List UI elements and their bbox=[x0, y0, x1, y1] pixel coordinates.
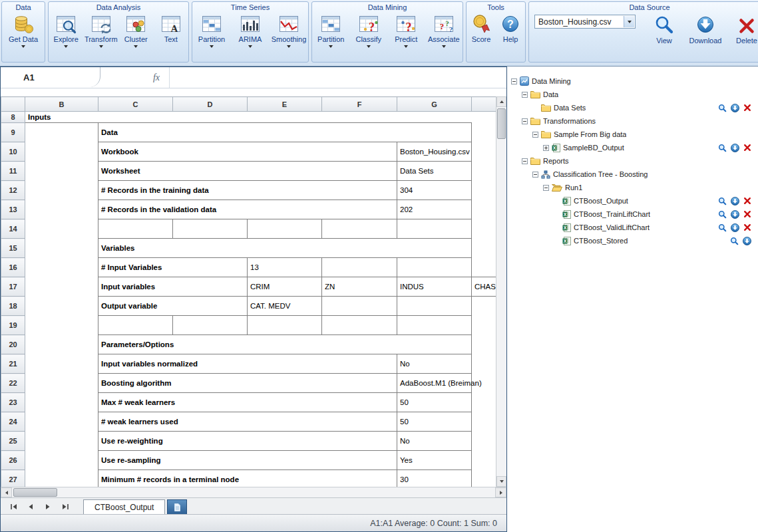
sheet-cell[interactable]: # Records in the training data bbox=[98, 181, 397, 200]
collapse-toggle[interactable] bbox=[543, 185, 549, 191]
sheet-cell[interactable] bbox=[472, 470, 496, 487]
sheet-cell[interactable] bbox=[322, 219, 397, 239]
sheet-cell[interactable]: CAT. MEDV bbox=[248, 297, 322, 316]
sheet-cell[interactable] bbox=[25, 354, 98, 374]
previous-sheet-button[interactable] bbox=[22, 500, 39, 513]
column-header[interactable]: B bbox=[25, 97, 98, 112]
smoothing-button[interactable]: Smoothing bbox=[271, 13, 307, 48]
sheet-cell[interactable] bbox=[322, 316, 397, 335]
sheet-cell[interactable] bbox=[25, 316, 98, 335]
sheet-cell[interactable] bbox=[472, 162, 496, 181]
sheet-cell[interactable] bbox=[322, 258, 397, 277]
sheet-cell[interactable]: Boston_Housing.csv bbox=[397, 142, 472, 162]
sheet-tab-active[interactable]: CTBoost_Output bbox=[83, 499, 165, 514]
row-header[interactable]: 22 bbox=[1, 374, 25, 393]
horizontal-scrollbar[interactable] bbox=[1, 487, 506, 497]
sheet-cell[interactable]: Data Sets bbox=[397, 162, 472, 181]
get-data-button[interactable]: Get Data bbox=[5, 13, 41, 48]
sheet-cell[interactable] bbox=[472, 123, 496, 142]
sheet-cell[interactable] bbox=[397, 297, 472, 316]
sheet-cell[interactable]: 50 bbox=[397, 412, 472, 432]
row-header[interactable]: 24 bbox=[1, 412, 25, 432]
text-button[interactable]: A Text bbox=[154, 13, 189, 43]
data-source-select[interactable]: Boston_Housing.csv bbox=[534, 15, 636, 29]
sheet-cell[interactable]: No bbox=[397, 354, 472, 374]
sheet-cell[interactable] bbox=[472, 297, 496, 316]
tree-item[interactable]: XSampleBD_Output bbox=[507, 141, 758, 154]
row-header[interactable]: 16 bbox=[1, 258, 25, 277]
row-header[interactable]: 26 bbox=[1, 451, 25, 470]
delete-button[interactable] bbox=[743, 197, 751, 205]
delete-button[interactable] bbox=[743, 223, 751, 231]
delete-button[interactable] bbox=[743, 104, 751, 112]
sheet-cell[interactable]: Workbook bbox=[98, 142, 397, 162]
sheet-cell[interactable] bbox=[472, 112, 496, 123]
sheet-cell[interactable] bbox=[248, 316, 322, 335]
column-header[interactable]: C bbox=[98, 97, 173, 112]
view-button[interactable] bbox=[718, 144, 727, 152]
column-header[interactable]: F bbox=[322, 97, 397, 112]
tree-item[interactable]: Reports bbox=[507, 154, 758, 168]
sheet-cell[interactable]: # Records in the validation data bbox=[98, 200, 397, 219]
cell-name-box[interactable]: A1 bbox=[1, 67, 100, 88]
classify-button[interactable]: ? Classify bbox=[351, 13, 387, 48]
row-header[interactable]: 10 bbox=[1, 142, 25, 162]
sheet-cell[interactable]: Input variables normalized bbox=[98, 354, 397, 374]
scroll-up-button[interactable] bbox=[496, 96, 506, 107]
row-header[interactable]: 17 bbox=[1, 277, 25, 297]
sheet-cell[interactable] bbox=[25, 200, 98, 219]
dm-partition-button[interactable]: Partition bbox=[313, 13, 349, 48]
sheet-cell[interactable]: 50 bbox=[397, 393, 472, 412]
row-header[interactable]: 19 bbox=[1, 316, 25, 335]
tree-item[interactable]: Data Mining bbox=[507, 74, 758, 88]
row-header[interactable]: 11 bbox=[1, 162, 25, 181]
view-button[interactable]: View bbox=[646, 15, 682, 45]
first-sheet-button[interactable] bbox=[5, 500, 22, 513]
sheet-cell[interactable] bbox=[472, 354, 496, 374]
vertical-scrollbar[interactable] bbox=[496, 96, 506, 487]
expand-toggle[interactable] bbox=[543, 145, 549, 151]
next-sheet-button[interactable] bbox=[39, 500, 57, 513]
sheet-cell[interactable] bbox=[25, 162, 98, 181]
download-button[interactable] bbox=[743, 237, 751, 245]
row-header[interactable]: 18 bbox=[1, 297, 25, 316]
transform-button[interactable]: Transform bbox=[84, 13, 119, 48]
sheet-cell[interactable] bbox=[472, 451, 496, 470]
sheet-cell[interactable]: CRIM bbox=[248, 277, 322, 297]
explore-button[interactable]: Explore bbox=[49, 13, 84, 48]
sheet-cell[interactable]: Minimum # records in a terminal node bbox=[98, 470, 397, 487]
predict-button[interactable]: ? Predict bbox=[388, 13, 424, 48]
download-button[interactable] bbox=[731, 144, 739, 152]
tree-item[interactable]: Data bbox=[507, 88, 758, 101]
sheet-cell[interactable] bbox=[25, 142, 98, 162]
sheet-cell[interactable] bbox=[472, 258, 496, 277]
row-header[interactable]: 27 bbox=[1, 470, 25, 487]
sheet-cell[interactable] bbox=[25, 219, 98, 239]
sheet-cell[interactable] bbox=[397, 316, 472, 335]
view-button[interactable] bbox=[718, 210, 727, 219]
view-button[interactable] bbox=[730, 237, 739, 245]
sheet-cell[interactable] bbox=[25, 470, 98, 487]
sheet-cell[interactable] bbox=[25, 181, 98, 200]
sheet-cell[interactable]: Input variables bbox=[98, 277, 248, 297]
scroll-left-button[interactable] bbox=[1, 487, 12, 497]
sheet-cell[interactable] bbox=[472, 412, 496, 432]
view-button[interactable] bbox=[718, 197, 727, 205]
add-sheet-tab[interactable] bbox=[167, 499, 187, 514]
row-header[interactable]: 12 bbox=[1, 181, 25, 200]
sheet-cell[interactable]: Use re-weighting bbox=[98, 432, 397, 451]
row-header[interactable]: 25 bbox=[1, 432, 25, 451]
sheet-cell[interactable] bbox=[248, 219, 322, 239]
score-button[interactable]: Score bbox=[467, 13, 495, 43]
row-header[interactable]: 9 bbox=[1, 123, 25, 142]
row-header[interactable]: 14 bbox=[1, 219, 25, 239]
sheet-cell[interactable]: # weak learners used bbox=[98, 412, 397, 432]
tree-item[interactable]: Transformations bbox=[507, 114, 758, 128]
sheet-cell[interactable]: 304 bbox=[397, 181, 472, 200]
cluster-button[interactable]: Cluster bbox=[118, 13, 154, 48]
sheet-cell[interactable]: Max # weak learners bbox=[98, 393, 397, 412]
sheet-cell[interactable]: Inputs bbox=[25, 112, 98, 123]
sheet-cell[interactable] bbox=[25, 412, 98, 432]
sheet-cell[interactable]: Worksheet bbox=[98, 162, 397, 181]
ts-partition-button[interactable]: Partition bbox=[194, 13, 230, 48]
